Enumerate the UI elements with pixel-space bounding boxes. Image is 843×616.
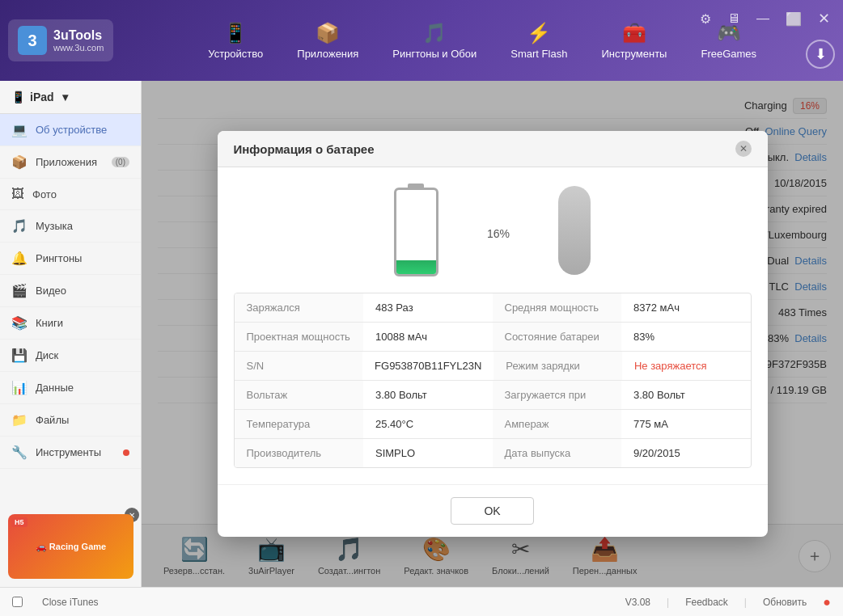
device-selector[interactable]: 📱 iPad ▾	[0, 81, 141, 114]
ringtones-icon: 🎵	[422, 22, 447, 44]
battery-row-4: Температура 25.40°C Ампераж 775 мА	[235, 410, 751, 439]
disk-icon: 💾	[11, 348, 28, 363]
battery-row-3: Вольтаж 3.80 Вольт Загружается при 3.80 …	[235, 381, 751, 410]
update-link[interactable]: Обновить	[763, 597, 807, 608]
about-icon: 💻	[11, 122, 28, 137]
sidebar-item-video[interactable]: 🎬 Видео	[0, 275, 141, 307]
video-icon: 🎬	[11, 283, 28, 298]
nav-tools[interactable]: 🧰 Инструменты	[588, 15, 680, 66]
chevron-down-icon: ▾	[62, 91, 68, 103]
tools-badge	[123, 449, 129, 456]
logo-box: 3	[18, 26, 47, 55]
download-button[interactable]: ⬇	[806, 40, 835, 69]
feedback-link[interactable]: Feedback	[685, 597, 728, 608]
modal-header: Информация о батарее ✕	[218, 131, 768, 167]
sidebar: 📱 iPad ▾ 💻 Об устройстве 📦 Приложения (0…	[0, 81, 142, 587]
window-controls: ⚙ 🖥 — ⬜ ✕	[695, 8, 835, 29]
battery-row-0: Заряжался 483 Раз Средняя мощность 8372 …	[235, 293, 751, 323]
apps-sidebar-icon: 📦	[11, 154, 28, 170]
ringtones-sidebar-icon: 🔔	[11, 251, 28, 266]
close-itunes-checkbox[interactable]	[12, 597, 23, 607]
logo-text: 3uTools www.3u.com	[53, 28, 104, 53]
tools-nav-icon: 🧰	[622, 22, 646, 44]
sidebar-item-apps[interactable]: 📦 Приложения (0)	[0, 146, 141, 179]
close-icon[interactable]: ✕	[813, 8, 835, 29]
circle-indicator	[558, 186, 591, 275]
modal-body: 16% Заряжался 483 Раз Средняя мощность 8…	[218, 167, 768, 484]
photos-icon: 🖼	[11, 187, 24, 201]
sidebar-item-disk[interactable]: 💾 Диск	[0, 340, 141, 372]
apps-icon: 📦	[316, 22, 340, 44]
device-icon: 📱	[223, 22, 248, 44]
ipad-icon: 📱	[11, 91, 25, 103]
sidebar-item-ringtones[interactable]: 🔔 Рингтоны	[0, 243, 141, 275]
ad-image[interactable]: H5 🚗 Racing Game	[8, 514, 133, 579]
nav-device[interactable]: 📱 Устройство	[195, 15, 276, 66]
flash-icon: ⚡	[527, 22, 551, 44]
battery-info-modal: Информация о батарее ✕ 16%	[218, 131, 768, 537]
battery-row-2: S/N FG953870B11FYL23N Режим зарядки Не з…	[235, 352, 751, 381]
battery-outer	[394, 188, 438, 276]
music-icon: 🎵	[11, 218, 28, 234]
restore-icon[interactable]: ⬜	[781, 10, 807, 28]
modal-title: Информация о батарее	[234, 142, 375, 156]
ad-area: ✕ H5 🚗 Racing Game	[8, 514, 133, 579]
app-footer: Close iTunes V3.08 | Feedback | Обновить…	[0, 587, 843, 616]
sidebar-item-music[interactable]: 🎵 Музыка	[0, 210, 141, 243]
tools-sidebar-icon: 🔧	[11, 445, 28, 460]
modal-footer: OK	[218, 484, 768, 537]
sidebar-item-about[interactable]: 💻 Об устройстве	[0, 114, 141, 146]
modal-close-button[interactable]: ✕	[735, 141, 752, 157]
books-icon: 📚	[11, 315, 28, 331]
battery-row-5: Производитель SIMPLO Дата выпуска 9/20/2…	[235, 439, 751, 467]
data-icon: 📊	[11, 380, 28, 395]
minimize-icon[interactable]: —	[752, 10, 774, 27]
battery-graphic	[394, 184, 438, 276]
battery-percent-label: 16%	[487, 227, 510, 240]
modal-overlay: Информация о батарее ✕ 16%	[142, 81, 843, 587]
nav-flash[interactable]: ⚡ Smart Flash	[498, 15, 580, 66]
files-icon: 📁	[11, 412, 28, 428]
main-area: 📱 iPad ▾ 💻 Об устройстве 📦 Приложения (0…	[0, 81, 843, 587]
version-label: V3.08	[625, 597, 650, 608]
settings-icon[interactable]: ⚙	[695, 10, 716, 28]
display-icon[interactable]: 🖥	[722, 10, 745, 27]
nav-apps[interactable]: 📦 Приложения	[284, 15, 371, 66]
close-itunes-label: Close iTunes	[42, 597, 99, 608]
battery-fill	[396, 260, 436, 274]
sidebar-item-data[interactable]: 📊 Данные	[0, 372, 141, 404]
sidebar-item-tools[interactable]: 🔧 Инструменты	[0, 437, 141, 469]
app-header: 3 3uTools www.3u.com 📱 Устройство 📦 Прил…	[0, 0, 843, 81]
ok-button[interactable]: OK	[451, 497, 533, 525]
sidebar-item-books[interactable]: 📚 Книги	[0, 307, 141, 340]
update-dot-icon: ●	[823, 595, 831, 610]
logo-area[interactable]: 3 3uTools www.3u.com	[8, 19, 113, 61]
nav-ringtones[interactable]: 🎵 Рингтоны и Обои	[379, 15, 489, 66]
content-area: Charging 16% Off Online Query Выкл.	[142, 81, 843, 587]
battery-visual: 16%	[234, 184, 752, 276]
sidebar-item-files[interactable]: 📁 Файлы	[0, 404, 141, 437]
sidebar-item-photos[interactable]: 🖼 Фото	[0, 179, 141, 210]
battery-row-1: Проектная мощность 10088 мАч Состояние б…	[235, 323, 751, 352]
battery-table: Заряжался 483 Раз Средняя мощность 8372 …	[234, 293, 752, 468]
